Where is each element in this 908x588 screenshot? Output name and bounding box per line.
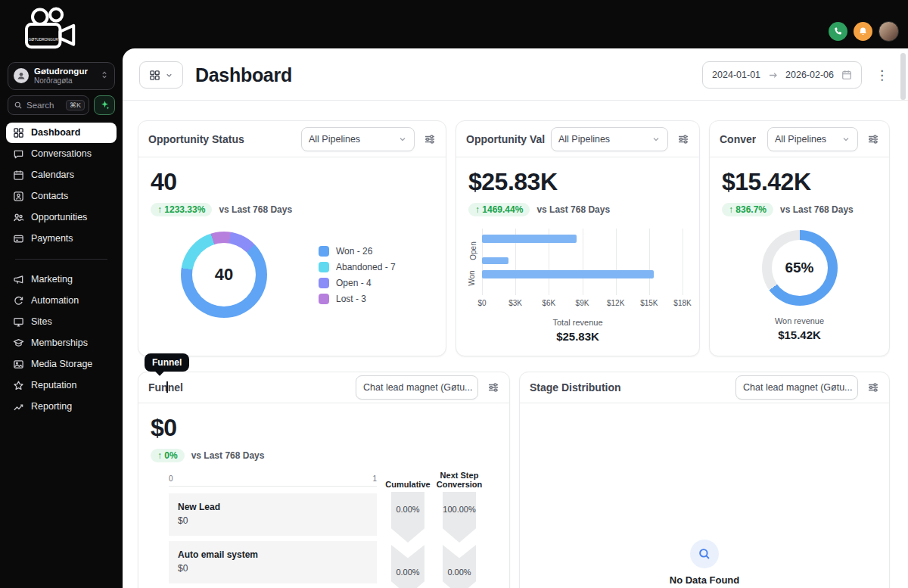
metric-value: $25.83K [468, 168, 687, 196]
cumulative-cell: 0.00% [391, 545, 424, 588]
next-step-cell: 0.00% [443, 545, 476, 588]
delta-badge: ↑ 1233.33% [151, 203, 212, 216]
card-opportunity-value: Opportunity Val All Pipelines $25.83K [456, 120, 700, 356]
x-axis-ticks: $0 $3K $6K $9K $12K $15K $18K [482, 299, 683, 309]
pipeline-select[interactable]: All Pipelines [301, 127, 415, 151]
total-revenue-value: $25.83K [468, 330, 687, 343]
sidebar-item-dashboard[interactable]: Dashboard [6, 123, 117, 143]
card-opportunity-status: Opportunity Status All Pipelines 40 [138, 120, 446, 356]
automation-icon [13, 295, 24, 306]
date-start: 2024-01-01 [712, 70, 760, 80]
sidebar-item-reporting[interactable]: Reporting [6, 397, 117, 417]
pipeline-select[interactable]: All Pipelines [551, 127, 668, 151]
filter-icon[interactable] [867, 133, 879, 145]
funnel-tooltip: Funnel [145, 353, 189, 372]
y-axis-label-open: Open [469, 241, 477, 260]
user-avatar[interactable] [878, 21, 899, 42]
users-icon [13, 212, 24, 223]
won-revenue-gauge: 65% [762, 230, 838, 306]
account-avatar [14, 68, 29, 83]
sidebar-item-memberships[interactable]: Memberships [6, 333, 117, 353]
legend-swatch [319, 294, 329, 304]
more-options-button[interactable]: ⋮ [872, 67, 891, 83]
card-title-conversion: Conver [720, 133, 756, 145]
search-input[interactable]: Search ⌘K [8, 95, 89, 115]
funnel-step-row[interactable]: Auto email system $0 [169, 541, 377, 583]
card-stage-distribution: Stage Distribution Chat lead magnet (Gøt… [519, 372, 890, 588]
sidebar-item-automation[interactable]: Automation [6, 291, 117, 311]
search-placeholder: Search [26, 101, 54, 110]
monitor-icon [13, 316, 24, 328]
arrow-right-icon [768, 70, 778, 80]
sidebar-item-reputation[interactable]: Reputation [6, 375, 117, 396]
megaphone-icon [13, 274, 24, 285]
sidebar-item-sites[interactable]: Sites [6, 312, 117, 332]
main-panel: Dashboard 2024-01-01 2026-02-06 ⋮ Opport… [123, 48, 908, 588]
sidebar-item-media-storage[interactable]: Media Storage [6, 354, 117, 375]
text-cursor [166, 381, 168, 393]
sidebar-nav-primary: Dashboard Conversations Calendars Contac… [6, 123, 117, 249]
gauge-value: 65% [762, 230, 838, 306]
opportunity-value-bar-chart: Open Won [468, 229, 687, 295]
filter-icon[interactable] [487, 381, 499, 394]
sidebar-divider [15, 259, 107, 260]
grid-icon [13, 127, 24, 138]
bar-open-2 [482, 257, 508, 264]
next-step-cell: 100.00% [443, 492, 476, 543]
sidebar-item-contacts[interactable]: Contacts [6, 186, 117, 207]
chevron-down-icon [398, 135, 407, 144]
payments-icon [13, 233, 24, 244]
funnel-step-row[interactable]: New Lead $0 [169, 493, 377, 536]
legend-item: Open - 4 [319, 278, 396, 288]
funnel-chart: 0 1 New Lead $0 Auto email system [151, 474, 497, 588]
compare-label: vs Last 768 Days [219, 204, 292, 215]
contact-icon [13, 191, 24, 202]
scrollbar[interactable] [900, 53, 906, 100]
trend-icon [13, 401, 24, 412]
topbar-actions [829, 21, 899, 42]
chevron-up-down-icon [100, 69, 109, 82]
date-range-picker[interactable]: 2024-01-01 2026-02-06 [702, 61, 862, 89]
delta-badge: ↑ 836.7% [722, 203, 773, 216]
filter-icon[interactable] [867, 381, 879, 394]
metric-value: $0 [151, 414, 497, 442]
funnel-axis-min: 0 [169, 474, 173, 483]
filter-icon[interactable] [677, 133, 689, 145]
sidebar-item-payments[interactable]: Payments [6, 229, 117, 249]
opportunity-status-donut-chart: 40 [181, 232, 267, 318]
sidebar-item-conversations[interactable]: Conversations [6, 144, 117, 164]
legend-swatch [319, 262, 329, 272]
legend-item: Abandoned - 7 [319, 262, 396, 272]
filter-icon[interactable] [424, 133, 436, 145]
cumulative-cell: 0.00% [391, 492, 424, 543]
bell-icon [858, 26, 868, 36]
chat-icon [13, 148, 24, 160]
search-shortcut: ⌘K [66, 100, 85, 110]
chevron-down-icon [651, 135, 661, 144]
phone-button[interactable] [829, 22, 847, 41]
sidebar-item-marketing[interactable]: Marketing [6, 269, 117, 290]
bar-plot [482, 229, 683, 295]
sparkle-icon [100, 100, 110, 110]
dashboard-layout-button[interactable] [139, 61, 183, 89]
phone-icon [833, 26, 843, 36]
account-switcher[interactable]: Gøtudrongur Norðragøta [8, 62, 115, 90]
funnel-select[interactable]: Chat lead magnet (Gøtu... [356, 375, 478, 400]
legend-item: Won - 26 [319, 246, 396, 257]
chevron-down-icon [857, 383, 858, 392]
sidebar-item-calendars[interactable]: Calendars [6, 165, 117, 185]
bar-won [482, 270, 654, 278]
page-header: Dashboard 2024-01-01 2026-02-06 ⋮ [123, 48, 908, 100]
card-title-opportunity-value: Opportunity Val [466, 133, 545, 145]
app-logo: GØTUDRONGUR [18, 6, 123, 58]
chevron-down-icon [841, 135, 850, 144]
y-axis-label-won: Won [468, 270, 476, 285]
notifications-button[interactable] [854, 22, 872, 41]
funnel-select[interactable]: Chat lead magnet (Gøtu... [735, 375, 858, 400]
image-icon [13, 359, 24, 370]
ai-assistant-button[interactable] [94, 95, 115, 115]
cumulative-column-header: Cumulative [385, 474, 430, 492]
sidebar-item-opportunities[interactable]: Opportunities [6, 207, 117, 228]
compare-label: vs Last 768 Days [536, 204, 610, 215]
pipeline-select[interactable]: All Pipelines [767, 127, 858, 151]
